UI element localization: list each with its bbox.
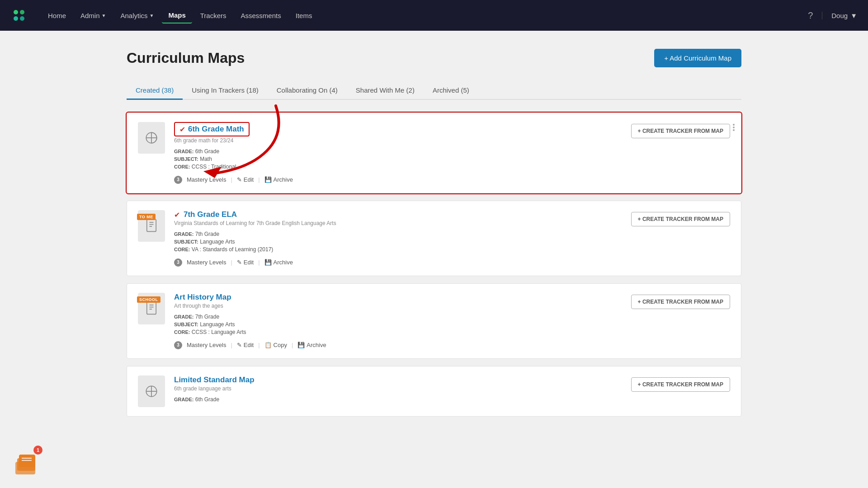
mastery-levels-button-3[interactable]: Mastery Levels [185,341,228,349]
map-title-row-3: Art History Map [174,293,622,302]
nav-items: Home Admin ▼ Analytics ▼ Maps Trackers A… [42,8,793,23]
copy-button-3[interactable]: 📋 Copy [263,341,289,349]
map-grade-1: GRADE: 6th Grade [174,148,622,155]
map-title-2[interactable]: 7th Grade ELA [184,210,237,219]
user-menu[interactable]: Doug ▼ [822,12,857,19]
map-thumb-1 [138,122,165,154]
main-content: Curriculum Maps + Add Curriculum Map Cre… [0,31,868,442]
nav-assessments[interactable]: Assessments [235,8,288,23]
verified-icon-2: ✔ [174,211,180,219]
edit-button-1[interactable]: ✎ Edit [235,175,255,184]
mastery-icon-1: 3 [174,176,182,184]
map-content-3: Art History Map Art through the ages GRA… [174,293,622,349]
user-chevron-icon: ▼ [850,12,857,19]
map-core-1: CORE: CCSS : Traditional [174,164,622,170]
map-card-limited-standard: Limited Standard Map 6th grade language … [127,366,741,417]
analytics-chevron-icon: ▼ [149,13,154,18]
page-title: Curriculum Maps [127,50,245,66]
map-actions-1: 3 Mastery Levels | ✎ Edit | 💾 Archive [174,175,622,184]
archive-button-3[interactable]: 💾 Archive [296,341,328,349]
nav-analytics[interactable]: Analytics ▼ [114,8,160,23]
map-subtitle-4: 6th grade language arts [174,385,622,392]
map-badge-tome: TO ME [137,214,156,220]
map-subject-2: SUBJECT: Language Arts [174,239,622,245]
map-title-3[interactable]: Art History Map [174,293,231,302]
map-core-3: CORE: CCSS : Language Arts [174,329,622,335]
page-header: Curriculum Maps + Add Curriculum Map [127,49,741,67]
create-tracker-button-1[interactable]: + CREATE TRACKER FROM MAP [631,124,730,138]
map-subtitle-2: Virginia Standards of Learning for 7th G… [174,220,622,226]
svg-rect-8 [147,302,156,314]
map-content-4: Limited Standard Map 6th grade language … [174,375,622,407]
nav-items[interactable]: Items [289,8,319,23]
tab-collaborating-on[interactable]: Collaborating On (4) [268,82,347,100]
tab-created[interactable]: Created (38) [127,82,183,100]
nav-home[interactable]: Home [42,8,72,23]
more-options-1[interactable] [733,124,735,131]
map-title-row-2: ✔ 7th Grade ELA [174,210,622,219]
mastery-levels-button-1[interactable]: Mastery Levels [185,175,228,184]
map-list: ✔ 6th Grade Math 6th grade math for 23/2… [127,113,741,424]
admin-chevron-icon: ▼ [102,13,106,18]
map-card-7th-grade-ela: TO ME ✔ 7th Grade ELA Virginia Standards… [127,201,741,276]
map-subtitle-3: Art through the ages [174,303,622,309]
nav-trackers[interactable]: Trackers [194,8,233,23]
map-subject-1: SUBJECT: Math [174,156,622,162]
map-grade-4: GRADE: 6th Grade [174,396,622,403]
nav-right: ? Doug ▼ [808,10,857,21]
map-card-art-history: SCHOOL Art History Map Art through the a… [127,283,741,359]
navbar: Home Admin ▼ Analytics ▼ Maps Trackers A… [0,0,868,31]
archive-button-1[interactable]: 💾 Archive [263,175,295,184]
tab-shared-with-me[interactable]: Shared With Me (2) [347,82,424,100]
mastery-icon-3: 3 [174,341,182,349]
map-thumb-2: TO ME [138,210,165,242]
logo[interactable] [11,7,27,23]
map-card-6th-grade-math: ✔ 6th Grade Math 6th grade math for 23/2… [127,113,741,193]
map-title-4[interactable]: Limited Standard Map [174,375,255,385]
map-thumb-3: SCHOOL [138,293,165,324]
create-tracker-button-4[interactable]: + CREATE TRACKER FROM MAP [631,377,730,392]
title-highlight-1: ✔ 6th Grade Math [174,122,250,136]
mastery-icon-2: 3 [174,258,182,267]
map-subtitle-1: 6th grade math for 23/24 [174,137,622,144]
edit-button-2[interactable]: ✎ Edit [235,258,255,267]
mastery-levels-button-2[interactable]: Mastery Levels [185,258,228,267]
user-name: Doug [831,12,848,19]
tabs-bar: Created (38) Using In Trackers (18) Coll… [127,82,741,100]
map-actions-3: 3 Mastery Levels | ✎ Edit | 📋 Copy | [174,341,622,349]
help-icon[interactable]: ? [808,10,813,21]
svg-rect-4 [147,219,156,231]
map-content-2: ✔ 7th Grade ELA Virginia Standards of Le… [174,210,622,267]
edit-button-3[interactable]: ✎ Edit [235,341,255,349]
map-badge-school: SCHOOL [137,296,160,303]
create-tracker-button-3[interactable]: + CREATE TRACKER FROM MAP [631,295,730,309]
tab-using-in-trackers[interactable]: Using In Trackers (18) [183,82,268,100]
map-title-1[interactable]: 6th Grade Math [188,125,244,134]
add-curriculum-map-button[interactable]: + Add Curriculum Map [654,49,741,67]
verified-icon-1: ✔ [179,125,185,134]
map-subject-3: SUBJECT: Language Arts [174,321,622,328]
nav-admin[interactable]: Admin ▼ [74,8,112,23]
map-actions-2: 3 Mastery Levels | ✎ Edit | 💾 Archive [174,258,622,267]
map-core-2: CORE: VA : Standards of Learning (2017) [174,246,622,253]
archive-button-2[interactable]: 💾 Archive [263,258,295,267]
tab-archived[interactable]: Archived (5) [424,82,478,100]
map-title-row-1: ✔ 6th Grade Math [174,122,622,136]
map-title-row-4: Limited Standard Map [174,375,622,385]
map-content-1: ✔ 6th Grade Math 6th grade math for 23/2… [174,122,622,184]
map-grade-2: GRADE: 7th Grade [174,231,622,237]
nav-maps[interactable]: Maps [162,8,192,23]
map-thumb-4 [138,375,165,407]
create-tracker-button-2[interactable]: + CREATE TRACKER FROM MAP [631,212,730,226]
map-grade-3: GRADE: 7th Grade [174,314,622,320]
